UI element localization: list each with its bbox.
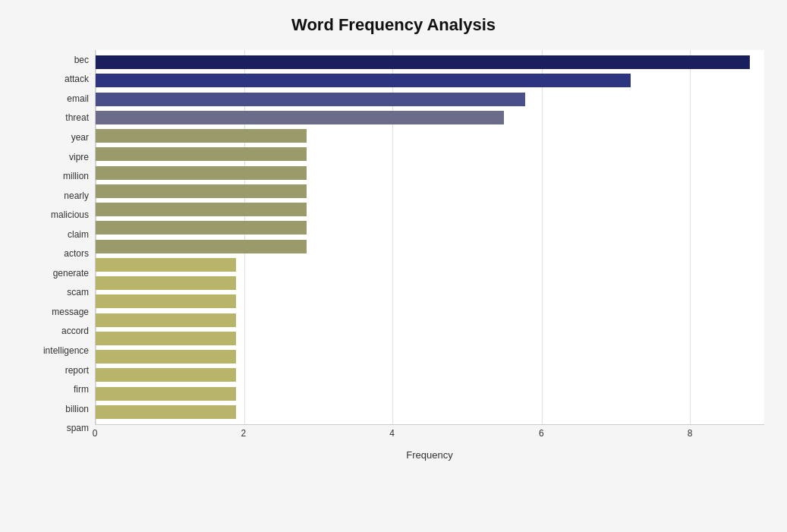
bar (96, 240, 307, 253)
y-label: actors (64, 245, 89, 262)
y-label: million (63, 168, 89, 184)
bar-row (96, 219, 764, 236)
bar-row (96, 293, 764, 310)
y-label: email (67, 90, 89, 107)
y-axis: becattackemailthreatyearvipremillionnear… (23, 50, 95, 461)
bar (96, 332, 236, 345)
bar-row (96, 72, 764, 89)
x-axis-wrapper: 02468 Frequency (95, 425, 764, 461)
chart-area: becattackemailthreatyearvipremillionnear… (23, 50, 764, 461)
x-tick: 0 (93, 428, 98, 439)
bar-row (96, 165, 764, 181)
bar (96, 258, 236, 272)
bar-row (96, 109, 764, 126)
x-tick: 6 (539, 428, 544, 439)
y-label: bec (74, 52, 89, 68)
y-label: message (52, 304, 89, 320)
bar-row (96, 146, 764, 162)
bar (96, 368, 236, 382)
bar-row (96, 127, 764, 144)
bar (96, 184, 307, 198)
y-label: claim (68, 226, 89, 243)
bar-row (96, 330, 764, 347)
y-label: attack (65, 71, 89, 87)
y-label: billion (65, 401, 89, 417)
bar (96, 93, 525, 106)
y-label: malicious (51, 206, 89, 223)
y-label: intelligence (43, 342, 89, 359)
bar-row (96, 275, 764, 291)
bar (96, 313, 236, 327)
x-tick: 8 (688, 428, 693, 439)
bars-area (95, 50, 764, 425)
y-label: generate (53, 265, 89, 282)
bar (96, 147, 307, 161)
y-label: nearly (64, 187, 89, 204)
x-tick: 2 (241, 428, 246, 439)
bar-row (96, 367, 764, 383)
chart-title: Word Frequency Analysis (23, 15, 764, 35)
y-label: vipre (69, 149, 89, 165)
bar-row (96, 183, 764, 200)
bar (96, 221, 307, 235)
y-label: report (65, 362, 89, 379)
bar-row (96, 201, 764, 218)
bar-row (96, 404, 764, 420)
bar (96, 203, 307, 216)
bar (96, 166, 307, 180)
x-tick: 4 (389, 428, 395, 439)
bar (96, 111, 504, 124)
bar-row (96, 257, 764, 273)
y-label: threat (65, 109, 89, 126)
bar (96, 405, 236, 419)
bar (96, 350, 236, 364)
bars-and-xaxis: 02468 Frequency (95, 50, 764, 461)
bar (96, 294, 236, 308)
bar (96, 74, 631, 87)
bar-row (96, 386, 764, 402)
bar (96, 387, 236, 401)
x-axis-label: Frequency (95, 449, 764, 461)
bar (96, 55, 750, 69)
x-axis: 02468 (95, 425, 764, 448)
bar-row (96, 238, 764, 255)
bar-row (96, 312, 764, 329)
bar-row (96, 91, 764, 108)
chart-container: Word Frequency Analysis becattackemailth… (0, 0, 787, 532)
bar (96, 276, 236, 290)
y-label: spam (67, 420, 89, 436)
y-label: year (71, 129, 89, 146)
bar-row (96, 54, 764, 71)
y-label: scam (67, 284, 89, 301)
bar (96, 129, 307, 143)
y-label: accord (61, 323, 89, 339)
bar-row (96, 348, 764, 365)
y-label: firm (74, 381, 89, 398)
